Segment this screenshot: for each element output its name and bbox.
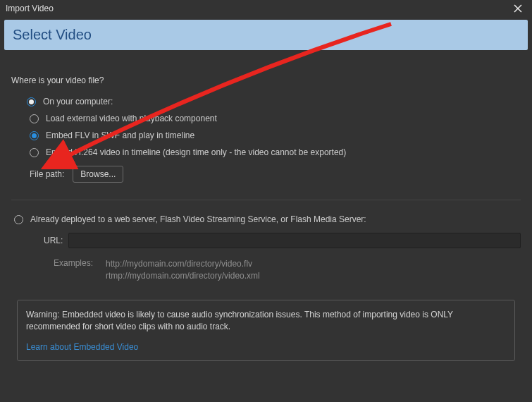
- radio-label: Load external video with playback compon…: [46, 114, 217, 123]
- radio-label: On your computer:: [43, 97, 113, 106]
- learn-embedded-link[interactable]: Learn about Embedded Video: [26, 342, 138, 352]
- file-path-row: File path: Browse...: [11, 166, 521, 183]
- radio-icon: [27, 97, 36, 106]
- file-path-label: File path:: [30, 169, 64, 179]
- radio-embed-flv[interactable]: Embed FLV in SWF and play in timeline: [30, 130, 521, 140]
- radio-load-external[interactable]: Load external video with playback compon…: [30, 114, 521, 123]
- close-icon: [514, 4, 522, 13]
- url-label: URL:: [44, 236, 63, 245]
- example-line: http://mydomain.com/directory/video.flv: [106, 258, 260, 270]
- example-line: rtmp://mydomain.com/directory/video.xml: [106, 270, 260, 282]
- radio-icon: [14, 215, 23, 224]
- examples: Examples: http://mydomain.com/directory/…: [11, 258, 521, 283]
- radio-icon: [30, 148, 39, 157]
- computer-sub-options: Load external video with playback compon…: [11, 114, 521, 157]
- radio-on-computer[interactable]: On your computer:: [11, 97, 521, 106]
- browse-button[interactable]: Browse...: [73, 166, 123, 183]
- dialog-header: Select Video: [4, 20, 528, 50]
- radio-embed-h264[interactable]: Embed H.264 video in timeline (design ti…: [30, 147, 521, 157]
- radio-icon: [30, 131, 39, 140]
- titlebar: Import Video: [0, 0, 532, 17]
- dialog-body: Where is your video file? On your comput…: [0, 50, 532, 361]
- question-label: Where is your video file?: [11, 75, 521, 85]
- dialog-title: Select Video: [13, 27, 92, 42]
- radio-label: Embed FLV in SWF and play in timeline: [46, 130, 194, 140]
- url-input[interactable]: [68, 233, 521, 248]
- warning-text: Warning: Embedded video is likely to cau…: [26, 309, 506, 333]
- radio-label: Embed H.264 video in timeline (design ti…: [46, 147, 346, 157]
- examples-label: Examples:: [54, 258, 93, 283]
- close-button[interactable]: [509, 0, 526, 17]
- radio-deployed[interactable]: Already deployed to a web server, Flash …: [11, 214, 521, 224]
- separator: [11, 200, 521, 200]
- window-title: Import Video: [6, 4, 54, 13]
- warning-box: Warning: Embedded video is likely to cau…: [17, 300, 515, 362]
- url-row: URL:: [11, 233, 521, 248]
- radio-icon: [30, 114, 39, 123]
- radio-label: Already deployed to a web server, Flash …: [30, 214, 366, 224]
